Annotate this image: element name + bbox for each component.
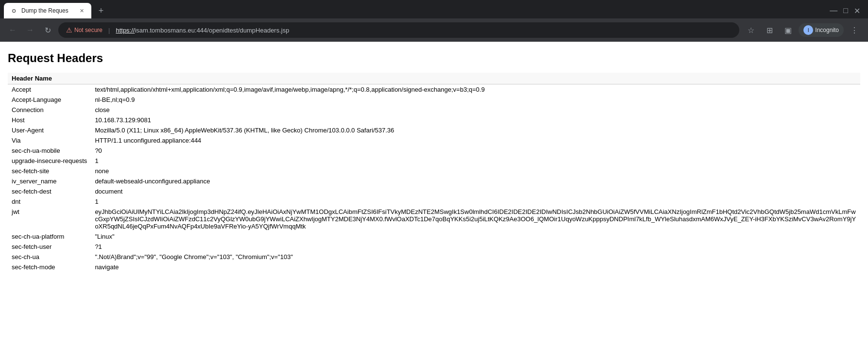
toolbar-right: ☆ ⊞ ▣ I Incognito ⋮: [743, 22, 862, 38]
header-name-cell: Host: [8, 115, 91, 125]
header-name-cell: sec-ch-ua-mobile: [8, 146, 91, 156]
table-row: sec-fetch-sitenone: [8, 166, 860, 176]
table-row: sec-fetch-destdocument: [8, 186, 860, 196]
header-name-cell: sec-ch-ua-platform: [8, 231, 91, 242]
header-name-cell: Connection: [8, 105, 91, 115]
header-value-cell: HTTP/1.1 unconfigured.appliance:444: [91, 135, 860, 146]
header-name-cell: sec-fetch-user: [8, 242, 91, 252]
not-secure-label: Not secure: [74, 27, 102, 33]
header-value-cell: document: [91, 186, 860, 196]
table-row: sec-ch-ua-mobile?0: [8, 146, 860, 156]
table-row: User-AgentMozilla/5.0 (X11; Linux x86_64…: [8, 125, 860, 135]
menu-button[interactable]: ⋮: [847, 22, 862, 38]
bookmark-button[interactable]: ☆: [743, 22, 759, 38]
header-value-cell: navigate: [91, 262, 860, 272]
header-value-cell: 1: [91, 156, 860, 166]
header-value-cell: 10.168.73.129:9081: [91, 115, 860, 125]
header-name-cell: iv_server_name: [8, 176, 91, 186]
url-display: https://isam.tombosmans.eu:444/openidtes…: [116, 27, 289, 34]
profile-label: Incognito: [815, 27, 839, 33]
new-tab-button[interactable]: +: [94, 4, 108, 17]
table-row: ViaHTTP/1.1 unconfigured.appliance:444: [8, 135, 860, 146]
header-name-cell: Accept: [8, 84, 91, 95]
forward-button[interactable]: →: [23, 23, 37, 37]
page-title: Request Headers: [8, 51, 860, 65]
window-controls: — □ ✕: [830, 6, 864, 16]
table-row: upgrade-insecure-requests1: [8, 156, 860, 166]
column-header-value: [91, 73, 860, 84]
header-value-cell: Mozilla/5.0 (X11; Linux x86_64) AppleWeb…: [91, 125, 860, 135]
sidebar-button[interactable]: ▣: [780, 22, 796, 38]
url-separator: |: [108, 27, 110, 34]
back-button[interactable]: ←: [6, 23, 19, 37]
header-value-cell: nl-BE,nl;q=0.9: [91, 95, 860, 105]
header-name-cell: upgrade-insecure-requests: [8, 156, 91, 166]
header-value-cell: none: [91, 166, 860, 176]
table-row: sec-fetch-user?1: [8, 242, 860, 252]
tab-favicon: ⊙: [10, 7, 17, 15]
table-row: Connectionclose: [8, 105, 860, 115]
tab-bar: ⊙ Dump the Reques ✕ +: [4, 3, 108, 18]
tab-title: Dump the Reques: [21, 7, 74, 14]
url-domain: isam.tombosmans.eu: [135, 27, 195, 34]
not-secure-indicator: ⚠ Not secure: [66, 26, 102, 34]
profile-button[interactable]: I Incognito: [799, 23, 844, 37]
header-name-cell: sec-fetch-site: [8, 166, 91, 176]
header-name-cell: sec-ch-ua: [8, 252, 91, 262]
header-value-cell: ?0: [91, 146, 860, 156]
table-row: iv_server_namedefault-webseald-unconfigu…: [8, 176, 860, 186]
close-button[interactable]: ✕: [854, 6, 860, 16]
column-header-name: Header Name: [8, 73, 91, 84]
header-value-cell: close: [91, 105, 860, 115]
address-bar-row: ← → ↻ ⚠ Not secure | https://isam.tombos…: [0, 18, 868, 42]
headers-table: Header Name Accepttext/html,application/…: [8, 73, 860, 272]
address-bar[interactable]: ⚠ Not secure | https://isam.tombosmans.e…: [58, 22, 739, 38]
refresh-button[interactable]: ↻: [41, 23, 54, 37]
table-row: Accept-Languagenl-BE,nl;q=0.9: [8, 95, 860, 105]
table-row: Accepttext/html,application/xhtml+xml,ap…: [8, 84, 860, 95]
header-value-cell: default-webseald-unconfigured.appliance: [91, 176, 860, 186]
tab-close-button[interactable]: ✕: [78, 7, 85, 15]
maximize-button[interactable]: □: [843, 6, 848, 15]
header-name-cell: Via: [8, 135, 91, 146]
header-name-cell: User-Agent: [8, 125, 91, 135]
header-value-cell: 1: [91, 196, 860, 207]
url-path: :444/openidtest/dumpHeaders.jsp: [195, 27, 289, 34]
header-value-cell: ".Not/A)Brand";v="99", "Google Chrome";v…: [91, 252, 860, 262]
extensions-button[interactable]: ⊞: [762, 22, 777, 38]
table-row: sec-fetch-modenavigate: [8, 262, 860, 272]
warning-icon: ⚠: [66, 26, 72, 34]
table-row: sec-ch-ua".Not/A)Brand";v="99", "Google …: [8, 252, 860, 262]
profile-avatar: I: [803, 25, 813, 35]
header-value-cell: ?1: [91, 242, 860, 252]
header-value-cell: text/html,application/xhtml+xml,applicat…: [91, 84, 860, 95]
title-bar: ⊙ Dump the Reques ✕ + — □ ✕: [0, 0, 868, 18]
table-row: dnt1: [8, 196, 860, 207]
header-name-cell: jwt: [8, 207, 91, 231]
url-scheme: https://: [116, 27, 135, 34]
table-row: Host10.168.73.129:9081: [8, 115, 860, 125]
table-row: sec-ch-ua-platform"Linux": [8, 231, 860, 242]
minimize-button[interactable]: —: [830, 6, 837, 15]
browser-chrome: ⊙ Dump the Reques ✕ + — □ ✕ ← → ↻ ⚠ Not …: [0, 0, 868, 42]
header-name-cell: Accept-Language: [8, 95, 91, 105]
header-value-cell: eyJhbGciOiAiUlMyNTYiLCAia2lkIjogImp3dHNp…: [91, 207, 860, 231]
table-row: jwteyJhbGciOiAiUlMyNTYiLCAia2lkIjogImp3d…: [8, 207, 860, 231]
header-value-cell: "Linux": [91, 231, 860, 242]
header-name-cell: sec-fetch-mode: [8, 262, 91, 272]
active-tab[interactable]: ⊙ Dump the Reques ✕: [4, 3, 91, 18]
header-name-cell: dnt: [8, 196, 91, 207]
page-content: Request Headers Header Name Accepttext/h…: [0, 42, 868, 352]
header-name-cell: sec-fetch-dest: [8, 186, 91, 196]
